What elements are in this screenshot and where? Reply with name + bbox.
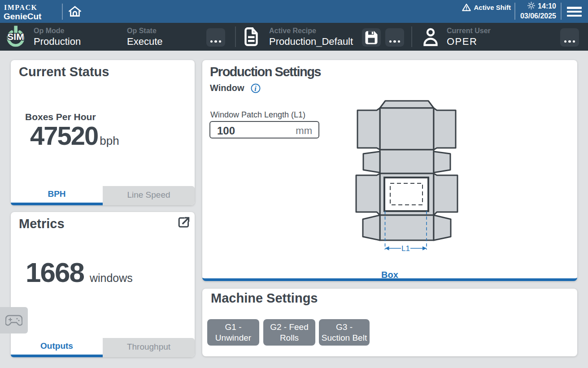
svg-text:L1: L1 xyxy=(401,244,410,252)
svg-text:SIM: SIM xyxy=(7,31,24,42)
svg-text:i: i xyxy=(254,85,257,93)
